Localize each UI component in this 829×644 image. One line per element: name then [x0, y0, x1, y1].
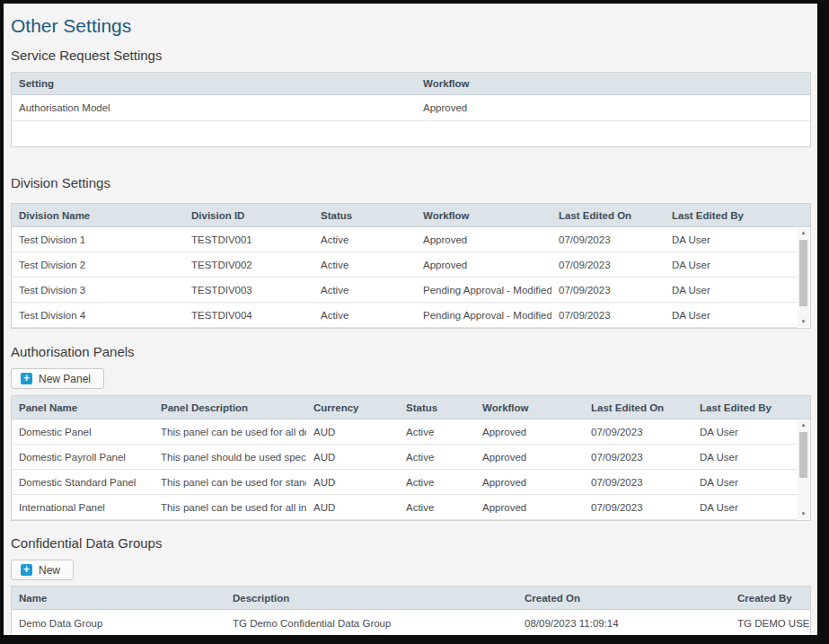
plus-icon	[21, 373, 32, 384]
last-edited-on-cell: 07/09/2023	[551, 310, 665, 321]
scrollbar-track[interactable]	[798, 430, 809, 509]
panel-name-cell: Domestic Panel	[12, 427, 154, 437]
table-row[interactable]: Test Division 4 TESTDIV004 Active Pendin…	[12, 303, 798, 328]
status-cell: Active	[313, 285, 416, 296]
column-header-division-name[interactable]: Division Name	[12, 210, 184, 221]
scroll-up-icon[interactable]: ▲	[798, 420, 809, 430]
last-edited-on-cell: 07/09/2023	[551, 260, 665, 270]
vertical-scrollbar[interactable]: ▲ ▼	[798, 420, 809, 519]
column-header-workflow[interactable]: Workflow	[475, 402, 584, 413]
table-row[interactable]: Domestic Standard Panel This panel can b…	[12, 470, 798, 495]
service-request-settings-table: Setting Workflow Authorisation Model App…	[11, 72, 811, 147]
table-row[interactable]: Demo Data Group TG Demo Confidential Dat…	[12, 610, 810, 635]
currency-cell: AUD	[306, 477, 399, 488]
column-header-last-edited-on[interactable]: Last Edited On	[551, 210, 665, 221]
created-by-cell: TG DEMO USER	[730, 618, 810, 629]
panel-name-cell: Domestic Standard Panel	[12, 477, 154, 488]
last-edited-by-cell: DA User	[692, 477, 798, 488]
currency-cell: AUD	[306, 452, 399, 463]
column-header-panel-description[interactable]: Panel Description	[154, 402, 306, 413]
table-body: Demo Data Group TG Demo Confidential Dat…	[12, 610, 810, 635]
division-settings-table: Division Name Division ID Status Workflo…	[11, 203, 811, 329]
column-header-description[interactable]: Description	[225, 593, 517, 604]
table-body: Domestic Panel This panel can be used fo…	[12, 419, 810, 520]
division-name-cell: Test Division 1	[12, 234, 184, 245]
column-header-last-edited-on[interactable]: Last Edited On	[584, 402, 692, 413]
new-panel-button[interactable]: New Panel	[11, 368, 104, 389]
scrollbar-track[interactable]	[798, 238, 809, 317]
column-header-panel-name[interactable]: Panel Name	[12, 402, 154, 413]
column-header-last-edited-by[interactable]: Last Edited By	[665, 210, 810, 221]
table-header-row: Panel Name Panel Description Currency St…	[12, 396, 810, 419]
scrollbar-thumb[interactable]	[799, 240, 807, 306]
panel-name-cell: International Panel	[12, 502, 154, 513]
last-edited-on-cell: 07/09/2023	[584, 502, 692, 513]
division-id-cell: TESTDIV002	[184, 260, 313, 270]
column-header-last-edited-by[interactable]: Last Edited By	[692, 402, 810, 413]
table-row[interactable]: Authorisation Model Approved	[12, 95, 810, 121]
table-row[interactable]: Test Division 1 TESTDIV001 Active Approv…	[12, 227, 798, 252]
description-cell: TG Demo Confidential Data Group	[225, 618, 517, 629]
scrollbar-thumb[interactable]	[799, 432, 807, 478]
column-header-status[interactable]: Status	[399, 402, 475, 413]
table-header-row: Setting Workflow	[12, 73, 810, 95]
new-button-label: New	[39, 564, 60, 577]
workflow-cell: Pending Approval - Modified	[416, 310, 551, 321]
column-header-created-by[interactable]: Created By	[730, 593, 810, 604]
created-on-cell: 08/09/2023 11:09:14	[517, 618, 730, 629]
table-row[interactable]: International Panel This panel can be us…	[12, 495, 798, 520]
division-id-cell: TESTDIV004	[184, 310, 313, 321]
panel-description-cell: This panel can be used for standard …	[154, 477, 306, 488]
status-cell: Active	[313, 260, 416, 270]
confidential-data-groups-section: Confidential Data Groups New Name Descri…	[11, 534, 811, 635]
column-header-currency[interactable]: Currency	[306, 402, 399, 413]
plus-icon	[21, 564, 32, 576]
last-edited-on-cell: 07/09/2023	[551, 285, 665, 296]
column-header-division-id[interactable]: Division ID	[184, 210, 313, 221]
new-button[interactable]: New	[11, 560, 74, 580]
status-cell: Active	[399, 452, 475, 463]
workflow-cell: Approved	[475, 452, 584, 463]
division-settings-heading: Division Settings	[11, 174, 811, 192]
division-id-cell: TESTDIV001	[184, 234, 313, 245]
authorisation-panels-section: Authorisation Panels New Panel Panel Nam…	[11, 343, 811, 521]
table-row[interactable]: Test Division 2 TESTDIV002 Active Approv…	[12, 252, 798, 278]
table-row[interactable]: Test Division 3 TESTDIV003 Active Pendin…	[12, 278, 798, 303]
column-header-setting[interactable]: Setting	[12, 78, 416, 89]
column-header-name[interactable]: Name	[12, 593, 225, 604]
authorisation-panels-table: Panel Name Panel Description Currency St…	[11, 395, 811, 521]
column-header-created-on[interactable]: Created On	[517, 593, 730, 604]
division-name-cell: Test Division 3	[12, 285, 184, 296]
division-settings-section: Division Settings Division Name Division…	[11, 174, 811, 329]
panel-name-cell: Domestic Payroll Panel	[12, 452, 154, 463]
scroll-down-icon[interactable]: ▼	[798, 509, 809, 519]
scroll-down-icon[interactable]: ▼	[798, 317, 809, 327]
status-cell: Active	[313, 234, 416, 245]
service-request-settings-section: Service Request Settings Setting Workflo…	[11, 47, 811, 147]
last-edited-by-cell: DA User	[692, 452, 798, 463]
table-header-row: Division Name Division ID Status Workflo…	[12, 204, 810, 227]
last-edited-by-cell: DA User	[665, 310, 798, 321]
workflow-cell: Approved	[416, 102, 810, 113]
table-row[interactable]: Domestic Panel This panel can be used fo…	[12, 419, 798, 445]
new-panel-button-label: New Panel	[39, 373, 91, 385]
last-edited-on-cell: 07/09/2023	[551, 234, 665, 245]
vertical-scrollbar[interactable]: ▲ ▼	[798, 228, 809, 327]
currency-cell: AUD	[306, 502, 399, 513]
service-request-settings-heading: Service Request Settings	[11, 47, 811, 65]
workflow-cell: Approved	[475, 502, 584, 513]
column-header-status[interactable]: Status	[313, 210, 416, 221]
division-id-cell: TESTDIV003	[184, 285, 313, 296]
currency-cell: AUD	[306, 427, 399, 437]
status-cell: Active	[313, 310, 416, 321]
workflow-cell: Pending Approval - Modified	[416, 285, 551, 296]
scroll-up-icon[interactable]: ▲	[798, 228, 809, 238]
column-header-workflow[interactable]: Workflow	[416, 78, 810, 89]
table-row[interactable]: Domestic Payroll Panel This panel should…	[12, 445, 798, 470]
table-body: Authorisation Model Approved	[12, 95, 810, 146]
table-header-row: Name Description Created On Created By	[12, 587, 810, 610]
column-header-workflow[interactable]: Workflow	[416, 210, 551, 221]
status-cell: Active	[399, 502, 475, 513]
panel-description-cell: This panel should be used specificall…	[154, 452, 306, 463]
workflow-cell: Approved	[475, 427, 584, 437]
